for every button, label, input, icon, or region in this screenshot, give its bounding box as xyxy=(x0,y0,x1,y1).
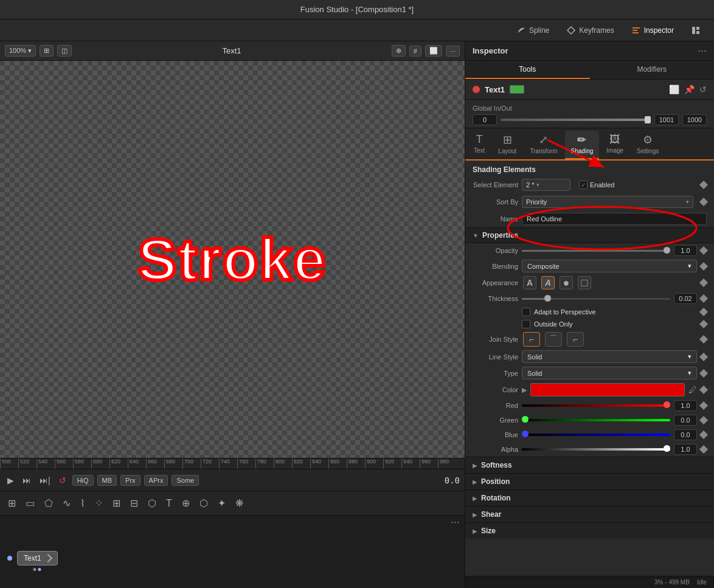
gio-start[interactable]: 0 xyxy=(473,114,497,125)
subtab-layout[interactable]: ⊞ Layout xyxy=(492,131,522,159)
join-round-btn[interactable]: ⌒ xyxy=(545,332,562,347)
node-color-swatch[interactable] xyxy=(510,85,524,94)
subtab-shading[interactable]: ✏ Shading xyxy=(565,131,600,159)
keyframes-button[interactable]: Keyframes xyxy=(560,23,620,38)
viewer-fit-btn[interactable]: ⬜ xyxy=(425,45,442,57)
effect-btn[interactable]: ❋ xyxy=(232,495,246,511)
curve-btn[interactable]: ∿ xyxy=(60,495,74,511)
viewer-more-btn[interactable]: ··· xyxy=(446,46,460,57)
opacity-value[interactable]: 1.0 xyxy=(674,245,697,256)
subtab-transform[interactable]: ⤢ Transform xyxy=(524,131,563,159)
step-end-btn[interactable]: ⏭| xyxy=(37,474,53,486)
opacity-diamond[interactable] xyxy=(699,246,708,255)
play-btn[interactable]: ▶ xyxy=(5,474,16,486)
alpha-value[interactable]: 1.0 xyxy=(674,444,697,455)
join-diamond[interactable] xyxy=(699,335,708,344)
aprx-btn[interactable]: APrx xyxy=(144,475,168,486)
gio-handle[interactable] xyxy=(645,116,651,123)
hiq-btn[interactable]: HiQ xyxy=(72,475,94,486)
blue-value[interactable]: 0.0 xyxy=(674,429,697,440)
red-slider[interactable] xyxy=(522,404,670,407)
outside-diamond[interactable] xyxy=(699,320,708,328)
appearance-a1[interactable]: A xyxy=(523,276,536,289)
red-diamond[interactable] xyxy=(699,401,708,410)
particle-btn[interactable]: ⁘ xyxy=(92,495,106,511)
3d-btn[interactable]: ⬡ xyxy=(196,495,211,511)
gio-slider[interactable] xyxy=(501,119,651,121)
size-section[interactable]: ▶ Size xyxy=(465,522,714,539)
gio-end[interactable]: 1001 xyxy=(654,114,679,125)
sort-by-dropdown[interactable]: Priority ▾ xyxy=(522,196,693,208)
spline-button[interactable]: Spline xyxy=(510,23,555,38)
name-input[interactable]: Red Outline xyxy=(522,213,707,225)
adapt-checkbox[interactable] xyxy=(522,308,530,316)
opacity-slider[interactable] xyxy=(522,250,670,252)
thickness-handle[interactable] xyxy=(544,295,551,302)
reset-icon[interactable]: ↺ xyxy=(699,85,707,94)
lock-icon[interactable]: 📌 xyxy=(684,85,695,94)
gio-duration[interactable]: 1000 xyxy=(682,114,707,125)
tab-tools[interactable]: Tools xyxy=(465,61,590,79)
join-miter-btn[interactable]: ⌐ xyxy=(523,332,540,347)
node-box-text1[interactable]: Text1 xyxy=(17,551,58,566)
zoom-dropdown[interactable]: 100% ▾ xyxy=(5,45,36,57)
green-slider[interactable] xyxy=(522,419,670,421)
rect-btn[interactable]: ▭ xyxy=(23,495,38,511)
appearance-rect[interactable]: □ xyxy=(578,276,591,289)
inspector-more-btn[interactable]: ··· xyxy=(698,44,707,57)
tab-modifiers[interactable]: Modifiers xyxy=(590,61,715,79)
subtab-image[interactable]: 🖼 Image xyxy=(600,131,629,159)
view-node-icon[interactable]: ⬜ xyxy=(669,85,679,94)
color-expand-btn[interactable]: ▶ xyxy=(522,386,527,394)
layout-button[interactable] xyxy=(685,23,707,38)
view-mode-btn[interactable]: ⊞ xyxy=(40,45,54,57)
eyedropper-btn[interactable]: 🖊 xyxy=(688,385,697,395)
prx-btn[interactable]: Prx xyxy=(120,475,140,486)
softness-section[interactable]: ▶ Softness xyxy=(465,457,714,473)
color-btn[interactable]: ⬡ xyxy=(145,495,159,511)
opacity-handle[interactable] xyxy=(664,247,670,254)
timeline-more-btn[interactable]: ··· xyxy=(451,516,460,528)
type-diamond[interactable] xyxy=(699,368,708,377)
position-section[interactable]: ▶ Position xyxy=(465,473,714,489)
blending-dropdown[interactable]: Composite ▾ xyxy=(522,260,697,272)
select-element-dropdown[interactable]: 2 * ▾ xyxy=(522,179,570,191)
color-swatch[interactable] xyxy=(530,383,685,396)
subtab-text[interactable]: T Text xyxy=(468,131,491,159)
viewer-grid-btn[interactable]: # xyxy=(409,46,421,57)
add-node-btn[interactable]: ⊞ xyxy=(5,495,19,511)
blue-slider[interactable] xyxy=(522,434,670,436)
alpha-diamond[interactable] xyxy=(699,445,708,454)
line-style-dropdown[interactable]: Solid ▾ xyxy=(522,350,697,363)
view-split-btn[interactable]: ◫ xyxy=(57,45,72,57)
blending-diamond[interactable] xyxy=(699,261,708,270)
inspector-button[interactable]: Inspector xyxy=(625,23,680,38)
some-btn[interactable]: Some xyxy=(172,475,199,486)
appearance-diamond[interactable] xyxy=(699,278,708,287)
green-diamond[interactable] xyxy=(699,416,708,424)
subtab-settings[interactable]: ⚙ Settings xyxy=(631,131,665,159)
thickness-value[interactable]: 0.02 xyxy=(674,293,697,304)
viewer-settings-btn[interactable]: ⊕ xyxy=(392,45,406,57)
alpha-handle[interactable] xyxy=(664,445,670,452)
thickness-slider[interactable] xyxy=(522,298,670,300)
join-bevel-btn[interactable]: ⌐ xyxy=(567,332,584,347)
grid-warp-btn[interactable]: ⊞ xyxy=(109,495,123,511)
rotation-section[interactable]: ▶ Rotation xyxy=(465,489,714,506)
select-element-diamond[interactable] xyxy=(699,181,708,189)
step-fwd-btn[interactable]: ⏭ xyxy=(20,474,33,486)
merge-btn[interactable]: ⊕ xyxy=(179,495,193,511)
poly-btn[interactable]: ⬠ xyxy=(41,495,56,511)
adapt-diamond[interactable] xyxy=(699,308,708,316)
type-dropdown[interactable]: Solid ▾ xyxy=(522,367,697,379)
text-btn[interactable]: T xyxy=(163,496,175,511)
green-handle[interactable] xyxy=(522,416,529,423)
alpha-slider[interactable] xyxy=(522,448,670,451)
thickness-diamond[interactable] xyxy=(699,294,708,303)
node-expand-arrow[interactable] xyxy=(44,554,52,562)
color-diamond[interactable] xyxy=(699,386,708,394)
sort-by-diamond[interactable] xyxy=(699,198,708,206)
light-btn[interactable]: ✦ xyxy=(215,495,229,511)
green-value[interactable]: 0.0 xyxy=(674,415,697,426)
outside-checkbox[interactable] xyxy=(522,320,530,328)
